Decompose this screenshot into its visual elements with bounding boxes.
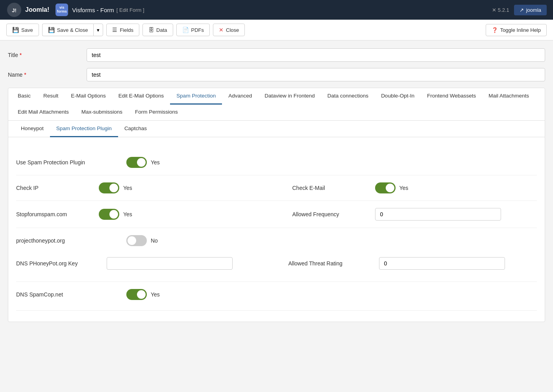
save-icon: 💾 bbox=[12, 27, 19, 33]
allowed-frequency-label: Allowed Frequency bbox=[292, 211, 371, 217]
tab-frontend-webassets[interactable]: Frontend Webassets bbox=[421, 88, 482, 105]
tab-result[interactable]: Result bbox=[37, 88, 65, 105]
save-close-split: 💾 Save & Close ▾ bbox=[42, 24, 104, 36]
use-spam-protection-row: Use Spam Protection Plugin Yes bbox=[16, 153, 537, 172]
joomla-logo-icon: J! bbox=[6, 2, 22, 18]
user-button[interactable]: ↗ joomla bbox=[514, 5, 547, 15]
projecthoneypot-label: projecthoneypot.org bbox=[16, 237, 126, 244]
tab-spam-protection[interactable]: Spam Protection bbox=[170, 88, 222, 105]
toolbar-right: ❓ Toggle Inline Help bbox=[486, 24, 547, 36]
fields-icon: ☰ bbox=[112, 27, 117, 33]
spam-plugin-content: Use Spam Protection Plugin Yes bbox=[8, 147, 545, 322]
projecthoneypot-control: No bbox=[126, 235, 158, 246]
app-title-text: Visforms - Form bbox=[72, 7, 114, 13]
stopforumspam-row: Stopforumspam.com Yes Allowed Frequency bbox=[16, 204, 537, 225]
allowed-threat-col: Allowed Threat Rating bbox=[289, 257, 537, 270]
pdfs-label: PDFs bbox=[191, 27, 204, 33]
tab-edit-email-options[interactable]: Edit E-Mail Options bbox=[112, 88, 170, 105]
dns-honeypot-input[interactable] bbox=[107, 257, 233, 270]
name-input[interactable] bbox=[87, 68, 545, 81]
title-label: Title * bbox=[8, 52, 87, 58]
use-spam-protection-control: Yes bbox=[126, 157, 160, 168]
divider-2 bbox=[16, 201, 537, 201]
toolbar: 💾 Save 💾 Save & Close ▾ ☰ Fields 🗄 Data … bbox=[0, 20, 553, 40]
divider-5 bbox=[16, 310, 537, 311]
joomla-logo: J! Joomla! bbox=[6, 2, 49, 18]
tab-edit-mail-attachments[interactable]: Edit Mail Attachments bbox=[11, 104, 75, 121]
dns-spamcop-label: DNS SpamCop.net bbox=[16, 291, 126, 298]
tab-email-options[interactable]: E-Mail Options bbox=[65, 88, 112, 105]
main-tabs-nav: Basic Result E-Mail Options Edit E-Mail … bbox=[8, 88, 545, 121]
divider-1 bbox=[16, 175, 537, 175]
dns-spamcop-row: DNS SpamCop.net Yes bbox=[16, 285, 537, 304]
allowed-frequency-col: Allowed Frequency bbox=[292, 208, 537, 221]
pdfs-button[interactable]: 📄 PDFs bbox=[176, 24, 210, 36]
dns-honeypot-col: DNS PHoneyPot.org Key bbox=[16, 257, 265, 270]
check-ip-label: Check IP bbox=[16, 185, 95, 191]
save-close-button[interactable]: 💾 Save & Close bbox=[42, 24, 94, 36]
close-button[interactable]: ✕ Close bbox=[213, 24, 245, 36]
help-button[interactable]: ❓ Toggle Inline Help bbox=[486, 24, 547, 36]
divider-3 bbox=[16, 228, 537, 228]
save-close-caret[interactable]: ▾ bbox=[93, 24, 103, 36]
tab-max-submissions[interactable]: Max-submissions bbox=[75, 104, 129, 121]
projecthoneypot-row: projecthoneypot.org No bbox=[16, 231, 537, 250]
save-close-label: Save & Close bbox=[57, 27, 88, 33]
data-label: Data bbox=[156, 27, 167, 33]
allowed-frequency-input[interactable] bbox=[375, 208, 501, 221]
divider-4 bbox=[16, 282, 537, 282]
tab-advanced[interactable]: Advanced bbox=[222, 88, 258, 105]
edit-label: [ Edit Form ] bbox=[117, 7, 144, 13]
check-email-value: Yes bbox=[399, 185, 409, 191]
stopforumspam-col: Stopforumspam.com Yes bbox=[16, 209, 261, 220]
inner-tab-captchas[interactable]: Captchas bbox=[118, 121, 153, 137]
dns-spamcop-value: Yes bbox=[151, 291, 160, 298]
check-ip-email-row: Check IP Yes Check E-Mail bbox=[16, 179, 537, 197]
check-email-toggle[interactable] bbox=[375, 182, 396, 193]
tab-double-opt-in[interactable]: Double-Opt-In bbox=[375, 88, 421, 105]
save-button[interactable]: 💾 Save bbox=[6, 24, 39, 36]
topbar: J! Joomla! visforms Visforms - Form [ Ed… bbox=[0, 0, 553, 20]
svg-text:J!: J! bbox=[12, 7, 17, 13]
check-email-col: Check E-Mail Yes bbox=[292, 182, 537, 193]
check-ip-col: Check IP Yes bbox=[16, 182, 261, 193]
data-button[interactable]: 🗄 Data bbox=[142, 24, 173, 36]
data-icon: 🗄 bbox=[148, 27, 154, 33]
app-title: Visforms - Form [ Edit Form ] bbox=[72, 7, 144, 13]
allowed-threat-input[interactable] bbox=[379, 257, 505, 270]
tab-data-connections[interactable]: Data connections bbox=[321, 88, 375, 105]
tab-form-permissions[interactable]: Form Permissions bbox=[129, 104, 184, 121]
use-spam-protection-value: Yes bbox=[151, 159, 160, 166]
external-icon: ↗ bbox=[520, 7, 524, 13]
stopforumspam-value: Yes bbox=[123, 211, 132, 217]
tab-dataview[interactable]: Dataview in Frontend bbox=[258, 88, 321, 105]
use-spam-protection-label: Use Spam Protection Plugin bbox=[16, 159, 126, 166]
name-field-group: Name * bbox=[8, 68, 545, 81]
app-title-area: visforms Visforms - Form [ Edit Form ] bbox=[55, 4, 144, 16]
version-text: ✕ 5.2.1 bbox=[492, 7, 509, 13]
dns-spamcop-control: Yes bbox=[126, 289, 160, 300]
title-input[interactable] bbox=[87, 48, 545, 62]
content-area: Title * Name * Basic Result E-Mail Optio… bbox=[0, 40, 553, 330]
fields-button[interactable]: ☰ Fields bbox=[106, 24, 139, 36]
dns-spamcop-toggle[interactable] bbox=[126, 289, 147, 300]
use-spam-protection-toggle[interactable] bbox=[126, 157, 147, 168]
allowed-threat-label: Allowed Threat Rating bbox=[289, 260, 375, 267]
close-label: Close bbox=[226, 27, 239, 33]
topbar-left: J! Joomla! visforms Visforms - Form [ Ed… bbox=[6, 2, 144, 18]
save-label: Save bbox=[21, 27, 33, 33]
save-close-icon: 💾 bbox=[48, 27, 55, 33]
check-email-label: Check E-Mail bbox=[292, 185, 371, 191]
stopforumspam-label: Stopforumspam.com bbox=[16, 211, 95, 217]
tab-basic[interactable]: Basic bbox=[11, 88, 37, 105]
inner-tab-spam-protection-plugin[interactable]: Spam Protection Plugin bbox=[50, 121, 118, 137]
visforms-icon: visforms bbox=[55, 4, 68, 16]
topbar-right: ✕ 5.2.1 ↗ joomla bbox=[492, 5, 547, 15]
dns-honeypot-label: DNS PHoneyPot.org Key bbox=[16, 260, 103, 267]
projecthoneypot-toggle[interactable] bbox=[126, 235, 147, 246]
tab-mail-attachments[interactable]: Mail Attachments bbox=[482, 88, 535, 105]
stopforumspam-toggle[interactable] bbox=[99, 209, 119, 220]
close-icon: ✕ bbox=[219, 27, 224, 33]
check-ip-toggle[interactable] bbox=[99, 182, 119, 193]
inner-tab-honeypot[interactable]: Honeypot bbox=[15, 121, 50, 137]
